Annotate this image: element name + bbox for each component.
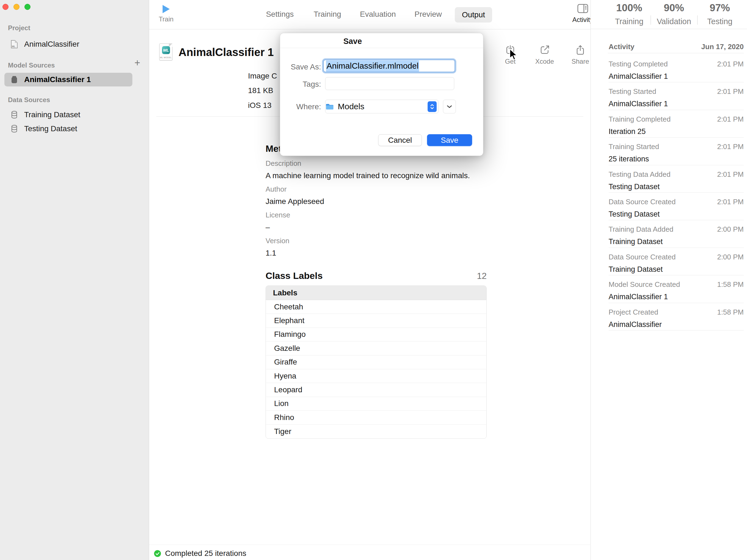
- table-row[interactable]: Elephant: [266, 314, 486, 327]
- window-controls: [2, 4, 30, 10]
- sidebar-item-label: AnimalClassifier 1: [24, 75, 91, 84]
- folder-icon: [326, 103, 334, 110]
- table-row[interactable]: Hyena: [266, 369, 486, 383]
- activity-event[interactable]: Testing Completed 2:01 PM AnimalClassifi…: [609, 55, 744, 82]
- event-subtitle: Iteration 25: [609, 127, 744, 136]
- tab-output[interactable]: Output: [455, 7, 492, 23]
- train-button[interactable]: Train: [155, 4, 177, 23]
- metadata-version: Version 1.1: [265, 237, 289, 258]
- activity-event[interactable]: Testing Started 2:01 PM AnimalClassifier…: [609, 82, 744, 110]
- stat-validation: 90% Validation: [648, 0, 700, 26]
- metadata-author: Author Jaime Appleseed: [265, 185, 324, 206]
- event-subtitle: AnimalClassifier 1: [609, 293, 744, 301]
- tab-evaluation[interactable]: Evaluation: [360, 10, 396, 19]
- check-circle-icon: [154, 550, 161, 557]
- database-icon: [4, 125, 24, 133]
- event-subtitle: Testing Dataset: [609, 210, 744, 218]
- selected-filename-text: AnimalClassifier.mlmodel: [326, 60, 419, 72]
- model-icon: [4, 76, 24, 83]
- activity-event[interactable]: Model Source Created 1:58 PM AnimalClass…: [609, 275, 744, 303]
- tab-preview[interactable]: Preview: [414, 10, 442, 19]
- stat-training: 100% Training: [603, 0, 655, 26]
- activity-panel: 100% Training 90% Validation 97% Testing…: [590, 0, 747, 560]
- table-row[interactable]: Cheetah: [266, 300, 486, 314]
- save-as-input[interactable]: AnimalClassifier.mlmodel: [323, 59, 455, 72]
- status-bar-divider: [149, 544, 590, 545]
- table-row[interactable]: Tiger: [266, 425, 486, 438]
- table-row[interactable]: Rhino: [266, 411, 486, 424]
- event-time: 1:58 PM: [717, 280, 744, 289]
- metadata-description: Description A machine learning model tra…: [265, 159, 470, 180]
- activity-event[interactable]: Project Created 1:58 PM AnimalClassifier: [609, 303, 744, 330]
- activity-header-divider: [608, 53, 744, 53]
- table-row[interactable]: Leopard: [266, 383, 486, 397]
- activity-list-header: Activity Jun 17, 2020: [609, 43, 744, 51]
- expand-dialog-button[interactable]: [443, 100, 456, 113]
- activity-event[interactable]: Training Data Added 2:00 PM Training Dat…: [609, 220, 744, 248]
- sidebar-item-dataset[interactable]: Testing Dataset: [4, 122, 132, 136]
- play-icon: [162, 5, 170, 13]
- share-icon: [575, 45, 586, 55]
- tab-settings[interactable]: Settings: [266, 10, 293, 19]
- model-sources-section-header: Model Sources: [8, 61, 55, 69]
- class-labels-header: Class Labels 12: [265, 270, 487, 281]
- sidebar-item-dataset[interactable]: Training Dataset: [4, 108, 132, 122]
- class-labels-table: Labels Cheetah Elephant Flamingo Gazelle…: [265, 286, 487, 439]
- class-labels-count: 12: [477, 271, 487, 281]
- zoom-window-button[interactable]: [24, 4, 30, 10]
- event-time: 2:01 PM: [717, 60, 744, 68]
- activity-event[interactable]: Testing Data Added 2:01 PM Testing Datas…: [609, 165, 744, 193]
- activity-event[interactable]: Data Source Created 2:00 PM Training Dat…: [609, 248, 744, 275]
- save-button[interactable]: Save: [427, 134, 472, 146]
- tab-training[interactable]: Training: [314, 10, 341, 19]
- sidebar: Project ML AnimalClassifier Model Source…: [0, 0, 149, 560]
- where-dropdown[interactable]: Models: [325, 100, 439, 113]
- event-title: Testing Started: [609, 87, 656, 96]
- event-time: 2:01 PM: [717, 170, 744, 179]
- class-labels-heading: Class Labels: [265, 270, 323, 281]
- svg-text:ML: ML: [12, 45, 16, 48]
- activity-event[interactable]: Training Started 2:01 PM 25 iterations: [609, 137, 744, 165]
- xcode-button[interactable]: Xcode: [528, 45, 561, 65]
- open-external-icon: [539, 45, 550, 55]
- sidebar-item-model-source[interactable]: AnimalClassifier 1: [4, 73, 132, 86]
- activity-panel-icon: [577, 4, 588, 13]
- database-icon: [4, 111, 24, 119]
- event-time: 1:58 PM: [717, 308, 744, 317]
- event-subtitle: Training Dataset: [609, 237, 744, 246]
- dialog-titlebar: Save: [280, 33, 483, 48]
- accuracy-stats: 100% Training 90% Validation 97% Testing: [591, 0, 747, 29]
- activity-event[interactable]: Data Source Created 2:01 PM Testing Data…: [609, 193, 744, 220]
- tags-input[interactable]: [325, 77, 454, 90]
- save-as-label: Save As:: [280, 62, 321, 71]
- close-window-button[interactable]: [2, 4, 8, 10]
- table-row[interactable]: Lion: [266, 397, 486, 411]
- status-bar: Completed 25 iterations: [154, 549, 246, 558]
- save-dialog: Save Save As: AnimalClassifier.mlmodel T…: [280, 33, 483, 156]
- event-title: Training Data Added: [609, 225, 673, 234]
- mlmodel-file-icon: ML ML MODEL: [159, 43, 173, 60]
- event-subtitle: 25 iterations: [609, 155, 744, 163]
- event-time: 2:00 PM: [717, 253, 744, 261]
- mouse-cursor: [508, 48, 520, 61]
- data-sources-section-header: Data Sources: [8, 96, 50, 104]
- add-model-source-button[interactable]: +: [132, 58, 142, 68]
- table-column-header: Labels: [266, 286, 486, 300]
- table-row[interactable]: Giraffe: [266, 355, 486, 369]
- sidebar-item-project[interactable]: ML AnimalClassifier: [4, 37, 132, 51]
- chevron-down-icon: [447, 105, 452, 108]
- where-label: Where:: [280, 102, 321, 111]
- dropdown-stepper[interactable]: [428, 101, 437, 112]
- event-time: 2:01 PM: [717, 87, 744, 96]
- activity-event[interactable]: Training Completed 2:01 PM Iteration 25: [609, 110, 744, 137]
- cancel-button[interactable]: Cancel: [378, 134, 422, 146]
- event-time: 2:01 PM: [717, 198, 744, 206]
- event-time: 2:01 PM: [717, 115, 744, 124]
- table-row[interactable]: Flamingo: [266, 328, 486, 342]
- minimize-window-button[interactable]: [14, 4, 20, 10]
- table-row[interactable]: Gazelle: [266, 342, 486, 355]
- status-text: Completed 25 iterations: [165, 549, 246, 558]
- activity-events-list: Testing Completed 2:01 PM AnimalClassifi…: [609, 55, 744, 330]
- create-ml-window: Project ML AnimalClassifier Model Source…: [0, 0, 747, 560]
- sidebar-item-label: Training Dataset: [24, 110, 80, 119]
